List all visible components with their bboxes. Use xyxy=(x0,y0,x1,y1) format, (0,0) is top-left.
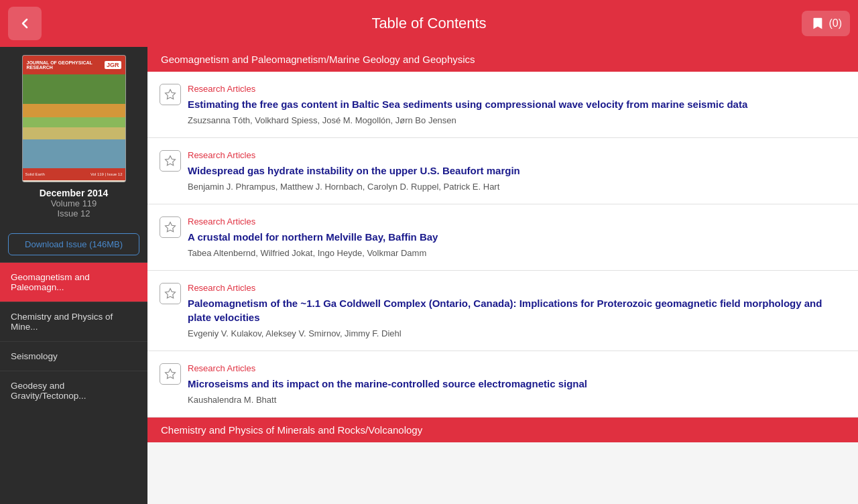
main-layout: JOURNAL OF GEOPHYSICAL RESEARCH JGR Soli… xyxy=(0,47,858,504)
download-issue-button[interactable]: Download Issue (146MB) xyxy=(8,233,139,255)
sidebar-item-chemistry[interactable]: Chemistry and Physics of Mine... xyxy=(0,302,147,341)
svg-marker-1 xyxy=(166,156,176,166)
bookmark-article-2[interactable] xyxy=(160,150,181,172)
page-title: Table of Contents xyxy=(371,15,486,32)
svg-marker-3 xyxy=(166,289,176,298)
bookmark-icon xyxy=(810,16,824,31)
cover-journal-name: JOURNAL OF GEOPHYSICAL RESEARCH xyxy=(27,60,105,70)
svg-marker-0 xyxy=(166,90,176,99)
article-title[interactable]: A crustal model for northern Melville Ba… xyxy=(188,230,845,244)
article-card: Research Articles A crustal model for no… xyxy=(147,204,858,271)
cover-logo: JGR xyxy=(105,61,121,69)
star-icon xyxy=(164,155,176,167)
cover-image: JOURNAL OF GEOPHYSICAL RESEARCH JGR Soli… xyxy=(22,55,126,182)
article-title[interactable]: Microseisms and its impact on the marine… xyxy=(188,377,845,391)
bookmark-article-5[interactable] xyxy=(160,363,181,385)
article-authors: Tabea Altenbernd, Wilfried Jokat, Ingo H… xyxy=(188,248,845,258)
bookmark-button[interactable]: (0) xyxy=(802,11,850,36)
article-type: Research Articles xyxy=(188,84,845,94)
article-authors: Kaushalendra M. Bhatt xyxy=(188,395,845,405)
article-title[interactable]: Paleomagnetism of the ~1.1 Ga Coldwell C… xyxy=(188,296,845,324)
top-bar: Table of Contents (0) xyxy=(0,0,858,47)
bookmark-article-3[interactable] xyxy=(160,216,181,238)
journal-date: December 2014 xyxy=(40,188,109,198)
cover-issue-info: Vol 119 | Issue 12 xyxy=(90,172,123,176)
bookmark-article-4[interactable] xyxy=(160,283,181,304)
svg-marker-4 xyxy=(166,369,176,379)
article-type: Research Articles xyxy=(188,363,845,373)
sidebar-item-geomagnetism[interactable]: Geomagnetism and Paleomagn... xyxy=(0,262,147,302)
bookmark-count: (0) xyxy=(829,17,842,29)
article-title[interactable]: Widespread gas hydrate instability on th… xyxy=(188,164,845,178)
back-button[interactable] xyxy=(8,7,42,40)
back-icon xyxy=(17,15,33,32)
cover-layers xyxy=(23,74,125,168)
journal-cover: JOURNAL OF GEOPHYSICAL RESEARCH JGR Soli… xyxy=(0,47,147,227)
sidebar: JOURNAL OF GEOPHYSICAL RESEARCH JGR Soli… xyxy=(0,47,147,504)
article-card: Research Articles Paleomagnetism of the … xyxy=(147,271,858,351)
article-title[interactable]: Estimating the free gas content in Balti… xyxy=(188,97,845,111)
star-icon xyxy=(164,288,176,300)
article-authors: Zsuzsanna Tóth, Volkhard Spiess, José M.… xyxy=(188,115,845,125)
article-type: Research Articles xyxy=(188,216,845,227)
star-icon xyxy=(164,88,176,101)
content-area: Geomagnetism and Paleomagnetism/Marine G… xyxy=(147,47,858,504)
article-type: Research Articles xyxy=(188,150,845,160)
journal-volume: Volume 119 xyxy=(51,198,97,208)
sidebar-item-geodesy[interactable]: Geodesy and Gravity/Tectonop... xyxy=(0,371,147,410)
section-header-geo: Geomagnetism and Paleomagnetism/Marine G… xyxy=(147,47,858,72)
article-type: Research Articles xyxy=(188,283,845,293)
journal-issue: Issue 12 xyxy=(57,208,90,218)
article-card: Research Articles Widespread gas hydrate… xyxy=(147,138,858,204)
sidebar-item-seismology[interactable]: Seismology xyxy=(0,341,147,371)
article-card: Research Articles Estimating the free ga… xyxy=(147,72,858,138)
section-header-chem: Chemistry and Physics of Minerals and Ro… xyxy=(147,418,858,442)
article-authors: Benjamin J. Phrampus, Matthew J. Hornbac… xyxy=(188,182,845,192)
star-icon xyxy=(164,368,176,380)
svg-marker-2 xyxy=(166,223,176,232)
article-authors: Evgeniy V. Kulakov, Aleksey V. Smirnov, … xyxy=(188,328,845,338)
article-card: Research Articles Microseisms and its im… xyxy=(147,351,858,418)
star-icon xyxy=(164,221,176,233)
cover-subtitle: Solid Earth xyxy=(25,172,45,176)
bookmark-article-1[interactable] xyxy=(160,84,181,105)
